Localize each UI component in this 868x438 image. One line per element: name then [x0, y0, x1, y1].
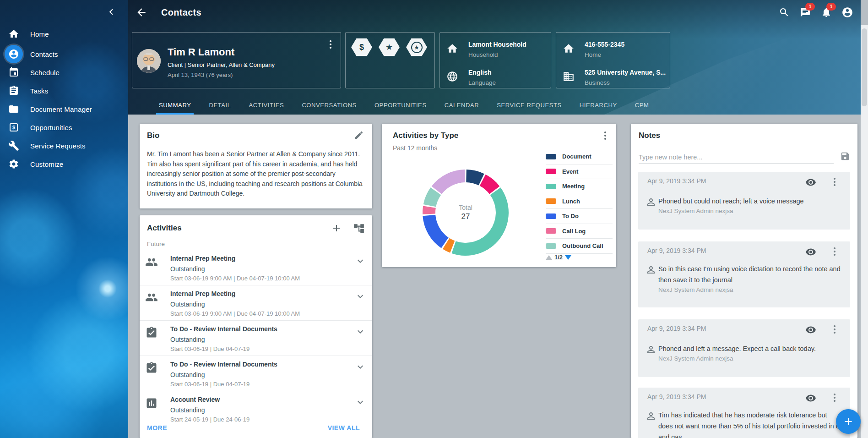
contact-field-row[interactable]: Lamont HouseholdHousehold: [440, 37, 551, 61]
chevron-down-icon[interactable]: [355, 256, 366, 267]
chevron-down-icon[interactable]: [355, 361, 366, 372]
legend-page-indicator: 1/2: [554, 254, 563, 261]
chart-legend: DocumentEventMeetingLunchTo DoCall LogOu…: [546, 149, 613, 254]
contact-menu-button[interactable]: [325, 39, 336, 50]
bio-title: Bio: [147, 131, 159, 140]
circled-star-badge-icon[interactable]: ★: [406, 38, 427, 56]
app-window: HomeContactsScheduleTasksDocument Manage…: [0, 0, 868, 438]
legend-item-event[interactable]: Event: [546, 164, 613, 180]
activity-row[interactable]: To Do - Review Internal DocumentsOutstan…: [140, 321, 372, 356]
legend-swatch: [546, 243, 556, 249]
person-outline-icon: [646, 411, 656, 422]
donut-segment-to-do[interactable]: [423, 215, 448, 248]
field-primary: 525 University Avenue, S...: [585, 69, 666, 76]
building-icon: [563, 71, 575, 82]
tab-summary[interactable]: SUMMARY: [158, 95, 192, 115]
note-menu-button[interactable]: [829, 324, 840, 335]
chevron-down-icon[interactable]: [355, 397, 366, 408]
chevron-down-icon[interactable]: [355, 291, 366, 302]
tab-bar: SUMMARYDETAILACTIVITIESCONVERSATIONSOPPO…: [158, 95, 856, 115]
activity-row[interactable]: To Do - Review Internal DocumentsOutstan…: [140, 356, 372, 391]
tab-conversations[interactable]: CONVERSATIONS: [301, 95, 358, 115]
save-icon: [840, 151, 851, 161]
sidebar-item-schedule[interactable]: Schedule: [0, 63, 128, 82]
activities-group-label: Future: [147, 241, 165, 247]
tab-hierarchy[interactable]: HIERARCHY: [579, 95, 618, 115]
sidebar-item-service-requests[interactable]: Service Requests: [0, 137, 128, 155]
more-button[interactable]: MORE: [147, 424, 167, 432]
conversations-button[interactable]: 1: [795, 0, 816, 25]
bio-text: Mr. Tim Lamont has been a Senior Partner…: [147, 149, 364, 199]
search-button[interactable]: [774, 0, 795, 25]
person-outline-icon: [646, 344, 656, 355]
contact-birthdate: April 13, 1943 (76 years): [168, 71, 233, 78]
page-scrollbar: [861, 25, 868, 438]
legend-page-up-icon[interactable]: [546, 255, 552, 260]
donut-segment-call-log[interactable]: [423, 206, 436, 214]
legend-item-call-log[interactable]: Call Log: [546, 224, 613, 239]
contact-badges-card: $★★: [345, 32, 435, 88]
contact-field-row[interactable]: 416-555-2345Home: [556, 37, 670, 61]
contact-header-banner: Contacts 1 1: [128, 0, 861, 115]
hierarchy-view-button[interactable]: [353, 223, 366, 235]
legend-item-lunch[interactable]: Lunch: [546, 194, 613, 209]
back-button[interactable]: [136, 6, 147, 18]
tab-opportunities[interactable]: OPPORTUNITIES: [374, 95, 428, 115]
bio-edit-button[interactable]: [354, 130, 365, 141]
note-visibility-button[interactable]: [805, 177, 816, 188]
legend-label: To Do: [562, 213, 579, 219]
legend-item-to-do[interactable]: To Do: [546, 209, 613, 224]
legend-item-document[interactable]: Document: [546, 149, 613, 164]
activity-dates: Start 03-06-19 | Due 04-07-19: [170, 381, 250, 388]
legend-swatch: [546, 154, 556, 159]
add-note-fab[interactable]: [836, 409, 861, 434]
field-secondary: Business: [585, 79, 610, 86]
tab-calendar[interactable]: CALENDAR: [444, 95, 480, 115]
note-visibility-button[interactable]: [805, 393, 816, 404]
activity-row[interactable]: Account ReviewOutstandingStart 24-05-19 …: [140, 391, 372, 426]
notes-panel: Notes Type new note here... Apr 9, 2019 …: [631, 124, 857, 438]
note-menu-button[interactable]: [829, 176, 840, 187]
notification-badge: 1: [826, 3, 836, 11]
sidebar-item-opportunities[interactable]: $Opportunities: [0, 118, 128, 137]
chevron-down-icon[interactable]: [355, 326, 366, 337]
sidebar-item-customize[interactable]: Customize: [0, 155, 128, 173]
save-note-button[interactable]: [840, 151, 851, 162]
dollar-badge-icon[interactable]: $: [351, 38, 372, 56]
sidebar-item-tasks[interactable]: Tasks: [0, 82, 128, 100]
star-badge-icon[interactable]: ★: [379, 38, 400, 56]
note-text: So in this case I'm using voice dictatio…: [658, 263, 843, 285]
tab-activities[interactable]: ACTIVITIES: [248, 95, 285, 115]
contact-field-row[interactable]: 525 University Avenue, S...Business: [556, 65, 670, 89]
donut-segment-other[interactable]: [432, 170, 465, 194]
tab-service-requests[interactable]: SERVICE REQUESTS: [496, 95, 563, 115]
add-activity-button[interactable]: [331, 223, 343, 235]
activity-title: To Do - Review Internal Documents: [170, 325, 277, 333]
chart-menu-button[interactable]: [600, 130, 611, 141]
new-note-input[interactable]: Type new note here...: [639, 151, 834, 164]
note-menu-button[interactable]: [829, 392, 840, 403]
tab-cpm[interactable]: CPM: [634, 95, 650, 115]
donut-segment-meeting[interactable]: [452, 187, 509, 256]
sidebar-item-home[interactable]: Home: [0, 25, 128, 43]
sidebar-item-document-manager[interactable]: Document Manager: [0, 100, 128, 118]
note-timestamp: Apr 9, 2019 3:34 PM: [647, 325, 706, 332]
view-all-button[interactable]: VIEW ALL: [328, 424, 360, 432]
legend-item-outbound-call[interactable]: Outbound Call: [546, 239, 613, 254]
legend-item-meeting[interactable]: Meeting: [546, 179, 613, 194]
note-visibility-button[interactable]: [805, 324, 816, 335]
activity-row[interactable]: Internal Prep MeetingOutstandingStart 03…: [140, 250, 372, 285]
activity-row[interactable]: Internal Prep MeetingOutstandingStart 03…: [140, 285, 372, 321]
sidebar-item-contacts[interactable]: Contacts: [0, 45, 128, 63]
contact-field-row[interactable]: EnglishLanguage: [440, 65, 551, 89]
note-menu-button[interactable]: [829, 246, 840, 257]
note-visibility-button[interactable]: [805, 246, 816, 257]
legend-swatch: [546, 228, 556, 234]
activity-title: Account Review: [170, 396, 220, 403]
notifications-button[interactable]: 1: [816, 0, 837, 25]
sidebar-collapse-button[interactable]: [105, 6, 117, 18]
scrollbar-thumb[interactable]: [862, 28, 867, 106]
tab-detail[interactable]: DETAIL: [208, 95, 232, 115]
legend-page-down-icon[interactable]: [565, 255, 571, 260]
profile-button[interactable]: [837, 0, 858, 25]
